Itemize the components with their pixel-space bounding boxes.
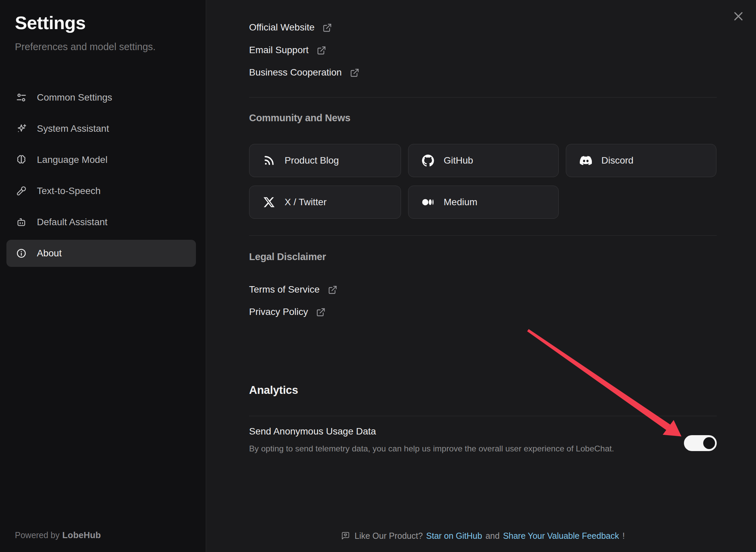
product-blog-button[interactable]: Product Blog (249, 144, 401, 177)
share-feedback-link[interactable]: Share Your Valuable Feedback (503, 531, 619, 541)
privacy-policy-link[interactable]: Privacy Policy (249, 304, 717, 319)
star-on-github-link[interactable]: Star on GitHub (426, 531, 482, 541)
sidebar-item-default-assistant[interactable]: Default Assistant (6, 209, 196, 236)
close-icon (732, 10, 744, 22)
powered-by: Powered byLobeHub (15, 530, 101, 540)
sidebar-item-label: System Assistant (37, 123, 109, 134)
privacy-policy-label: Privacy Policy (249, 306, 308, 317)
brain-icon (16, 154, 27, 165)
sidebar-item-common-settings[interactable]: Common Settings (6, 84, 196, 111)
send-usage-toggle[interactable] (684, 435, 717, 451)
section-divider (249, 235, 717, 236)
sidebar-item-language-model[interactable]: Language Model (6, 146, 196, 173)
medium-label: Medium (444, 197, 477, 208)
email-support-label: Email Support (249, 45, 309, 56)
github-label: GitHub (444, 155, 473, 166)
community-heading: Community and News (249, 112, 717, 124)
discord-label: Discord (601, 155, 633, 166)
github-button[interactable]: GitHub (408, 144, 559, 177)
sidebar-item-label: About (37, 248, 62, 259)
contact-us-heading: Contact Us (249, 0, 717, 2)
footer-middle: and (486, 531, 500, 541)
email-support-link[interactable]: Email Support (249, 43, 717, 58)
official-website-link[interactable]: Official Website (249, 20, 717, 35)
feedback-footer: Like Our Product? Star on GitHub and Sha… (249, 528, 717, 543)
external-link-icon (317, 46, 326, 55)
sidebar-item-label: Text-to-Speech (37, 186, 101, 196)
external-link-icon (316, 307, 326, 317)
page-title: Settings (15, 12, 86, 33)
community-buttons: Product Blog GitHub Discord (249, 144, 717, 219)
sidebar-item-system-assistant[interactable]: System Assistant (6, 115, 196, 142)
settings-nav: Common Settings System Assistant Languag… (6, 84, 196, 271)
powered-by-text: Powered by (15, 530, 60, 540)
info-icon (16, 248, 27, 259)
settings-sidebar: Settings Preferences and model settings.… (0, 0, 206, 552)
analytics-heading: Analytics (249, 384, 717, 397)
sidebar-item-label: Common Settings (37, 92, 112, 103)
terms-of-service-label: Terms of Service (249, 284, 320, 295)
discord-icon (580, 154, 592, 167)
brand-name: LobeHub (62, 530, 101, 540)
sidebar-item-text-to-speech[interactable]: Text-to-Speech (6, 177, 196, 205)
x-twitter-icon (263, 196, 275, 208)
external-link-icon (323, 23, 332, 33)
medium-button[interactable]: Medium (408, 186, 559, 219)
close-button[interactable] (730, 7, 747, 25)
official-website-label: Official Website (249, 22, 314, 33)
about-panel: Contact Us Official Website Email Suppor… (206, 0, 756, 552)
product-blog-label: Product Blog (285, 155, 339, 166)
rss-icon (263, 154, 275, 167)
section-divider (249, 416, 717, 416)
medium-icon (422, 196, 434, 208)
message-heart-icon (341, 531, 350, 540)
sidebar-item-label: Language Model (37, 154, 108, 165)
business-cooperation-link[interactable]: Business Cooperation (249, 65, 717, 80)
x-twitter-button[interactable]: X / Twitter (249, 186, 401, 219)
mic-icon (16, 186, 27, 196)
footer-prefix: Like Our Product? (355, 531, 423, 541)
sidebar-item-label: Default Assistant (37, 217, 108, 228)
business-cooperation-label: Business Cooperation (249, 67, 342, 78)
github-icon (422, 154, 434, 167)
footer-suffix: ! (622, 531, 625, 541)
x-twitter-label: X / Twitter (285, 197, 327, 208)
external-link-icon (328, 285, 337, 295)
send-usage-data-description: By opting to send telemetry data, you ca… (249, 444, 717, 453)
send-usage-data-label: Send Anonymous Usage Data (249, 426, 717, 437)
discord-button[interactable]: Discord (566, 144, 716, 177)
section-divider (249, 97, 717, 98)
terms-of-service-link[interactable]: Terms of Service (249, 282, 717, 297)
external-link-icon (350, 68, 359, 78)
toggle-knob (703, 437, 715, 449)
bot-icon (16, 217, 27, 228)
sidebar-item-about[interactable]: About (6, 240, 196, 267)
sliders-icon (16, 92, 27, 103)
legal-heading: Legal Disclaimer (249, 251, 717, 262)
sparkles-icon (16, 123, 27, 134)
page-subtitle: Preferences and model settings. (15, 41, 156, 52)
